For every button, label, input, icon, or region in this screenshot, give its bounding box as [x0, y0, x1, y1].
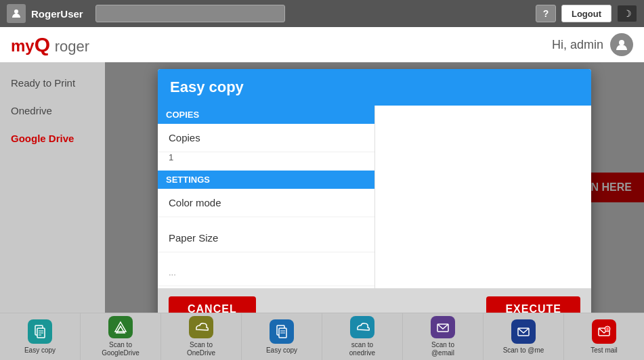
app-logo: myQ roger — [11, 33, 89, 56]
modal-overlay: Easy copy COPIES Copies 1 SETTINGS Color… — [105, 62, 644, 313]
bottom-item-test-mail[interactable]: ! Test mail — [564, 313, 644, 360]
extra-row: ... — [158, 259, 374, 286]
app-header: myQ roger Hi, admin — [0, 27, 644, 62]
sidebar-item-onedrive[interactable]: Onedrive — [0, 97, 105, 125]
logout-button[interactable]: Logout — [561, 5, 611, 22]
easy-copy-icon-2 — [270, 319, 294, 344]
execute-button[interactable]: EXECUTE — [486, 296, 580, 313]
settings-section-header: SETTINGS — [158, 171, 374, 189]
color-mode-row[interactable]: Color mode — [158, 189, 374, 217]
scan-me-icon — [511, 319, 536, 344]
top-bar: RogerUser ? Logout ☽ — [0, 0, 644, 27]
copies-section-header: COPIES — [158, 106, 374, 124]
search-input[interactable] — [95, 5, 285, 22]
content-area: SCAN HERE Easy copy COPIES Copies 1 SETT… — [105, 62, 644, 313]
bottom-label-scan-onedrive: Scan toOneDrive — [187, 341, 215, 357]
easy-copy-modal: Easy copy COPIES Copies 1 SETTINGS Color… — [158, 69, 591, 313]
modal-footer: CANCEL EXECUTE — [158, 288, 591, 313]
bottom-bar: Easy copy Scan toGoogleDrive Scan toOneD… — [0, 313, 644, 360]
user-icon-top — [7, 4, 26, 23]
greeting-text: Hi, admin — [552, 38, 603, 52]
top-bar-username: RogerUser — [31, 8, 83, 20]
sidebar-item-ready-to-print[interactable]: Ready to Print — [0, 69, 105, 97]
sidebar: Ready to Print Onedrive Google Drive — [0, 62, 105, 313]
sidebar-item-google-drive[interactable]: Google Drive — [0, 125, 105, 152]
easy-copy-icon-1 — [28, 319, 52, 344]
logo-q: Q — [35, 33, 50, 55]
bottom-label-scan-onedrive-2: scan toonedrive — [349, 341, 375, 357]
avatar — [610, 33, 633, 56]
scan-onedrive-icon — [189, 316, 213, 338]
bottom-label-easy-copy-1: Easy copy — [24, 346, 56, 355]
bottom-label-scan-googledrive: Scan toGoogleDrive — [102, 341, 139, 357]
test-mail-icon: ! — [592, 319, 616, 344]
bottom-label-test-mail: Test mail — [591, 346, 617, 355]
modal-title: Easy copy — [170, 78, 244, 95]
logo-roger: roger — [55, 38, 89, 55]
bottom-item-easy-copy-1[interactable]: Easy copy — [0, 313, 81, 360]
search-container — [95, 5, 523, 22]
bottom-item-scan-me[interactable]: Scan to @me — [484, 313, 564, 360]
copies-row[interactable]: Copies — [158, 124, 374, 152]
bottom-label-scan-me: Scan to @me — [503, 346, 544, 355]
modal-right-panel — [375, 106, 592, 288]
bottom-label-easy-copy-2: Easy copy — [266, 346, 297, 355]
theme-toggle-button[interactable]: ☽ — [617, 5, 637, 22]
modal-header: Easy copy — [158, 69, 591, 106]
scan-onedrive-icon-2 — [350, 316, 374, 338]
bottom-item-scan-googledrive[interactable]: Scan toGoogleDrive — [81, 313, 161, 360]
app-header-right: Hi, admin — [552, 33, 633, 56]
bottom-item-scan-onedrive[interactable]: Scan toOneDrive — [161, 313, 242, 360]
modal-left-panel: COPIES Copies 1 SETTINGS Color mode Pape… — [158, 106, 375, 288]
scan-googledrive-icon — [108, 316, 133, 338]
scan-email-icon — [431, 316, 455, 338]
bottom-item-scan-email[interactable]: Scan to@email — [403, 313, 484, 360]
svg-point-0 — [14, 9, 18, 14]
logo-my: my — [11, 37, 35, 55]
bottom-item-scan-onedrive-2[interactable]: scan toonedrive — [322, 313, 403, 360]
copies-value: 1 — [158, 152, 374, 171]
cancel-button[interactable]: CANCEL — [169, 296, 256, 313]
svg-point-1 — [619, 40, 624, 45]
paper-size-row[interactable]: Paper Size — [158, 224, 374, 252]
modal-body: COPIES Copies 1 SETTINGS Color mode Pape… — [158, 106, 591, 288]
bottom-item-easy-copy-2[interactable]: Easy copy — [242, 313, 322, 360]
main-content: Ready to Print Onedrive Google Drive SCA… — [0, 62, 644, 313]
help-button[interactable]: ? — [536, 5, 556, 22]
bottom-label-scan-email: Scan to@email — [431, 341, 454, 357]
